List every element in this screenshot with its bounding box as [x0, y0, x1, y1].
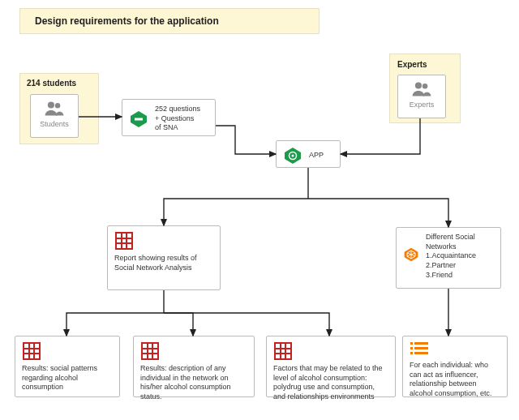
students-caption: Students: [40, 120, 69, 130]
svg-rect-24: [142, 343, 158, 359]
node-experts: Experts: [397, 75, 446, 118]
svg-point-8: [292, 155, 294, 157]
svg-point-0: [48, 101, 54, 108]
node-result-d: For each individual: who can act as infl…: [402, 336, 508, 397]
node-app: APP: [276, 140, 341, 168]
node-networks: Different Social Networks 1.Acquaintance…: [396, 227, 501, 289]
grid-icon: [273, 341, 293, 361]
node-result-c: Factors that may be related to the level…: [266, 336, 396, 397]
node-questions: 252 questions + Questions of SNA: [122, 99, 216, 136]
svg-point-3: [422, 84, 428, 89]
networks-item1: 1.Acquaintance: [426, 251, 494, 261]
node-students: Students: [30, 94, 79, 138]
people-icon: [411, 80, 432, 98]
hexagon-icon: [129, 109, 148, 129]
result-a-text: Results: social patterns regarding alcoh…: [22, 364, 113, 392]
result-c-text: Factors that may be related to the level…: [273, 364, 388, 402]
grid-icon: [22, 341, 41, 361]
networks-item3: 3.Friend: [426, 271, 494, 281]
networks-item2: 2.Partner: [426, 261, 494, 271]
svg-rect-5: [135, 118, 143, 120]
diagram-title-text: Design requirements for the application: [35, 15, 219, 27]
svg-rect-36: [410, 347, 413, 349]
svg-rect-39: [414, 352, 428, 354]
target-hexagon-icon: [283, 146, 302, 165]
diagram-title: Design requirements for the application: [19, 8, 320, 34]
grid-icon: [140, 341, 160, 361]
questions-line3: of SNA: [155, 123, 200, 133]
svg-rect-19: [24, 343, 40, 359]
node-sna-report: Report showing results of Social Network…: [107, 225, 221, 290]
experts-header: Experts: [397, 60, 427, 69]
grid-icon: [114, 231, 134, 251]
list-icon: [410, 341, 429, 358]
networks-header-text: Different Social Networks: [426, 233, 494, 251]
questions-line2: + Questions: [155, 114, 200, 124]
result-d-text: For each individual: who can act as infl…: [410, 361, 500, 399]
app-label: APP: [309, 151, 324, 161]
students-header: 214 students: [27, 79, 76, 88]
svg-rect-38: [410, 352, 413, 354]
experts-caption: Experts: [410, 101, 435, 110]
hexagon-network-icon: [403, 246, 419, 266]
people-icon: [44, 100, 65, 118]
questions-line1: 252 questions: [155, 105, 200, 114]
svg-rect-35: [414, 342, 428, 345]
svg-rect-37: [414, 347, 428, 349]
node-result-a: Results: social patterns regarding alcoh…: [15, 336, 120, 397]
svg-point-2: [415, 82, 422, 88]
svg-rect-29: [275, 343, 291, 359]
result-b-text: Results: description of any individual i…: [140, 364, 247, 402]
svg-rect-34: [410, 342, 413, 345]
node-result-b: Results: description of any individual i…: [133, 336, 255, 397]
svg-rect-9: [116, 233, 132, 249]
sna-report-text: Report showing results of Social Network…: [114, 254, 213, 272]
svg-point-1: [55, 103, 61, 109]
